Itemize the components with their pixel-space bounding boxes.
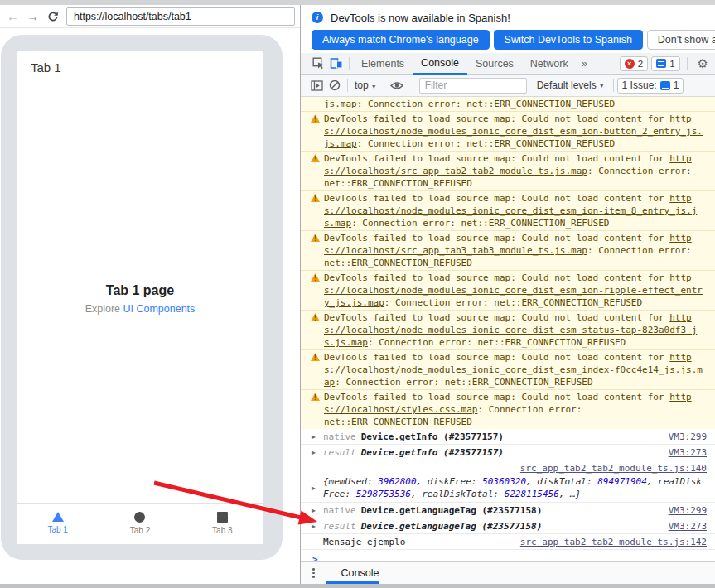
explore-label: Explore xyxy=(85,303,123,315)
drawer-toolbar: Console xyxy=(301,561,715,584)
issues-badge[interactable]: 1 Issue:1 xyxy=(617,78,684,94)
language-banner-buttons: Always match Chrome's language Switch De… xyxy=(301,30,715,53)
separator xyxy=(687,57,688,70)
settings-gear-icon[interactable]: ⚙ xyxy=(698,56,708,71)
tab-network[interactable]: Network xyxy=(522,53,577,75)
switch-to-spanish-button[interactable]: Switch DevTools to Spanish xyxy=(494,30,643,50)
tab-label: Tab 3 xyxy=(212,526,232,535)
tab-1-button[interactable]: Tab 1 xyxy=(17,504,99,544)
page-title: Tab 1 page xyxy=(17,283,263,298)
source-link[interactable]: src_app_tab2_tab2_module_ts.js:142 xyxy=(512,536,707,548)
console-warning: !DevTools failed to load source map: Cou… xyxy=(301,190,715,230)
reload-icon[interactable] xyxy=(46,10,60,23)
chevron-down-icon: ▼ xyxy=(371,84,377,89)
warning-icon: ! xyxy=(311,313,320,321)
expand-triangle-icon[interactable]: ▶ xyxy=(312,446,318,459)
tab-label: Tab 2 xyxy=(130,526,150,535)
console-warning: !DevTools failed to load source map: Cou… xyxy=(301,310,715,349)
error-count-badge[interactable]: ×2 xyxy=(620,56,648,71)
browser-toolbar: ← → https://localhost/tabs/tab1 xyxy=(0,5,300,28)
message-bubble-icon xyxy=(656,59,666,68)
window-bottom-edge xyxy=(0,584,715,588)
chevron-down-icon: ▼ xyxy=(599,83,605,89)
inspect-element-icon[interactable] xyxy=(309,55,327,73)
error-icon: × xyxy=(625,59,635,69)
warning-icon: ! xyxy=(311,154,320,162)
browser-pane: ← → https://localhost/tabs/tab1 Tab 1 Ta… xyxy=(0,5,300,584)
devtools-infobar: i DevTools is now available in Spanish! xyxy=(301,5,715,30)
kebab-menu-icon[interactable] xyxy=(312,568,315,578)
tab-sources[interactable]: Sources xyxy=(467,53,522,75)
console-messages: js.map: Connection error: net::ERR_CONNE… xyxy=(301,97,715,567)
expand-triangle-icon[interactable]: ▶ xyxy=(312,482,318,494)
infobar-text: DevTools is now available in Spanish! xyxy=(331,12,510,24)
separator xyxy=(347,79,348,92)
clear-console-icon[interactable] xyxy=(326,76,344,94)
expand-triangle-icon[interactable]: ▶ xyxy=(312,520,318,533)
device-frame: Tab 1 Tab 1 page Explore UI Components T… xyxy=(1,35,283,560)
device-toolbar-icon[interactable] xyxy=(327,55,345,73)
object-preview: {memUsed: 3962800, diskFree: 50360320, d… xyxy=(323,475,707,500)
filter-input[interactable] xyxy=(419,78,527,94)
console-warning: !DevTools failed to load source map: Cou… xyxy=(301,389,715,429)
console-warning: !DevTools failed to load source map: Cou… xyxy=(301,270,715,310)
console-object-row: src_app_tab2_tab2_module_ts.js:140 ▶{mem… xyxy=(301,460,715,503)
device-screen: Tab 1 Tab 1 page Explore UI Components T… xyxy=(17,51,263,544)
console-log-row: ▶resultDevice.getLanguageTag (#23577158)… xyxy=(301,518,715,534)
source-map-link[interactable]: js.map xyxy=(324,99,357,109)
source-link[interactable]: VM3:299 xyxy=(660,431,707,443)
tab-2-button[interactable]: Tab 2 xyxy=(99,504,181,544)
app-content: Tab 1 page Explore UI Components xyxy=(17,283,263,315)
circle-icon xyxy=(134,512,145,523)
info-icon: i xyxy=(312,12,323,23)
live-expression-eye-icon[interactable] xyxy=(388,76,406,94)
source-link[interactable]: src_app_tab2_tab2_module_ts.js:140 xyxy=(512,463,707,474)
app-header: Tab 1 xyxy=(17,51,263,84)
source-link[interactable]: VM3:273 xyxy=(660,520,707,533)
match-language-button[interactable]: Always match Chrome's language xyxy=(312,30,490,50)
source-link[interactable]: VM3:273 xyxy=(660,446,707,459)
app-header-title: Tab 1 xyxy=(17,60,61,75)
context-selector[interactable]: top▼ xyxy=(355,80,377,91)
url-input[interactable]: https://localhost/tabs/tab1 xyxy=(66,7,295,26)
devtools-tabbar: Elements Console Sources Network » ×2 1 … xyxy=(301,53,715,75)
expand-triangle-icon[interactable]: ▶ xyxy=(312,431,318,443)
console-log-row: ▶nativeDevice.getLanguageTag (#23577158)… xyxy=(301,503,715,518)
dont-show-again-button[interactable]: Don't show again xyxy=(647,30,715,50)
ui-components-link[interactable]: UI Components xyxy=(123,303,196,315)
message-count-badge[interactable]: 1 xyxy=(651,56,679,71)
warning-icon: ! xyxy=(311,234,320,242)
app-tabbar: Tab 1 Tab 2 Tab 3 xyxy=(17,503,263,544)
console-warning-partial: js.map: Connection error: net::ERR_CONNE… xyxy=(301,97,715,111)
tab-label: Tab 1 xyxy=(47,525,67,534)
log-levels-selector[interactable]: Default levels▼ xyxy=(537,80,605,91)
console-toolbar: top▼ Default levels▼ 1 Issue:1 xyxy=(301,75,715,97)
separator xyxy=(613,79,614,92)
triangle-icon xyxy=(52,512,64,522)
square-icon xyxy=(217,512,228,523)
warning-icon: ! xyxy=(311,273,320,282)
warning-icon: ! xyxy=(311,393,320,401)
console-message-row: ▶Mensaje ejemplosrc_app_tab2_tab2_module… xyxy=(301,534,715,550)
console-warning: !DevTools failed to load source map: Cou… xyxy=(301,349,715,389)
tab-elements[interactable]: Elements xyxy=(353,53,413,75)
issue-bubble-icon xyxy=(660,81,670,90)
back-icon[interactable]: ← xyxy=(7,10,19,22)
separator xyxy=(349,57,350,70)
console-warning: !DevTools failed to load source map: Cou… xyxy=(301,151,715,190)
console-log-row: ▶resultDevice.getInfo (#23577157)VM3:273 xyxy=(301,445,715,460)
forward-icon[interactable]: → xyxy=(27,10,39,22)
console-sidebar-icon[interactable] xyxy=(307,76,326,94)
more-tabs-icon[interactable]: » xyxy=(577,57,592,70)
separator xyxy=(384,79,384,92)
warning-icon: ! xyxy=(311,353,320,361)
tab-console[interactable]: Console xyxy=(413,53,467,75)
warning-icon: ! xyxy=(311,194,320,202)
console-log-row: ▶nativeDevice.getInfo (#23577157)VM3:299 xyxy=(301,429,715,445)
source-link[interactable]: VM3:299 xyxy=(660,504,707,517)
log-text: Mensaje ejemplo xyxy=(323,536,405,548)
console-warning: !DevTools failed to load source map: Cou… xyxy=(301,111,715,151)
devtools-panel: i DevTools is now available in Spanish! … xyxy=(300,5,715,584)
expand-triangle-icon[interactable]: ▶ xyxy=(312,504,318,517)
tab-3-button[interactable]: Tab 3 xyxy=(181,504,263,544)
